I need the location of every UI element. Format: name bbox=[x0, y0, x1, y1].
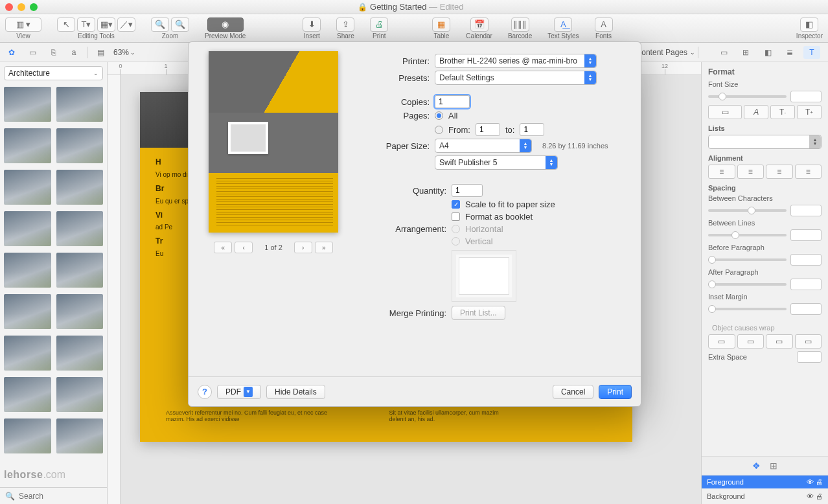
char-spacing-slider[interactable] bbox=[708, 209, 787, 212]
font-size-slider[interactable] bbox=[708, 95, 787, 98]
clipart-thumb[interactable] bbox=[56, 294, 104, 329]
align-center-button[interactable]: ≡ bbox=[737, 165, 765, 179]
copies-input[interactable] bbox=[435, 95, 470, 108]
clipart-thumb[interactable] bbox=[56, 336, 104, 371]
booklet-checkbox[interactable] bbox=[452, 212, 460, 221]
eye-icon[interactable]: 👁 bbox=[807, 478, 814, 486]
presets-select[interactable]: Default Settings▲▼ bbox=[435, 71, 597, 85]
geometry-tab-icon[interactable]: ▭ bbox=[715, 46, 732, 59]
text-tool-button[interactable]: T▾ bbox=[77, 17, 95, 32]
after-para-slider[interactable] bbox=[708, 283, 787, 286]
inset-margin-field[interactable] bbox=[790, 303, 822, 315]
align-tab-icon[interactable]: ≣ bbox=[781, 46, 798, 59]
clipart-thumb[interactable] bbox=[4, 87, 51, 122]
paper-size-select[interactable]: A4▲▼ bbox=[435, 139, 532, 153]
merge-print-list-button[interactable]: Print List... bbox=[452, 306, 505, 320]
clipart-thumb[interactable] bbox=[4, 211, 51, 246]
print-layer-icon[interactable]: 🖨 bbox=[816, 492, 823, 500]
quantity-input[interactable] bbox=[452, 184, 483, 197]
eye-icon[interactable]: 👁 bbox=[807, 492, 814, 500]
lists-select[interactable]: ▲▼ bbox=[708, 135, 822, 149]
grid-icon[interactable]: ⊞ bbox=[770, 461, 777, 471]
select-tool-button[interactable]: ↖ bbox=[57, 17, 75, 32]
content-pages-chevron-icon[interactable]: ⌄ bbox=[690, 49, 695, 56]
printer-select[interactable]: Brother HL-2240 series @ mac-mini-bro▲▼ bbox=[435, 54, 597, 68]
font-size-field[interactable] bbox=[790, 91, 822, 102]
clipart-thumb[interactable] bbox=[56, 170, 104, 205]
minimize-window-icon[interactable] bbox=[17, 3, 25, 11]
barcode-button[interactable]: ∥∥∥ bbox=[511, 17, 529, 32]
appearance-tab-icon[interactable]: ⊞ bbox=[737, 46, 754, 59]
align-right-button[interactable]: ≡ bbox=[766, 165, 793, 179]
line-spacing-field[interactable] bbox=[790, 229, 822, 241]
text-tab-icon[interactable]: T bbox=[803, 46, 820, 59]
align-justify-button[interactable]: ≡ bbox=[795, 165, 822, 179]
clipart-thumb[interactable] bbox=[4, 418, 51, 453]
align-left-button[interactable]: ≡ bbox=[708, 165, 735, 179]
clipart-thumb[interactable] bbox=[4, 170, 51, 205]
print-layer-icon[interactable]: 🖨 bbox=[816, 478, 823, 486]
clipart-thumb[interactable] bbox=[56, 211, 104, 246]
shape-tool-button[interactable]: ▦▾ bbox=[97, 17, 115, 32]
zoom-chevron-icon[interactable]: ⌄ bbox=[130, 49, 135, 56]
clipart-thumb[interactable] bbox=[4, 377, 51, 412]
char-spacing-field[interactable] bbox=[790, 205, 822, 216]
clipart-thumb[interactable] bbox=[56, 377, 104, 412]
line-tool-button[interactable]: ／▾ bbox=[117, 17, 135, 32]
wrap-right-button[interactable]: ▭ bbox=[737, 334, 765, 349]
italic-button[interactable]: A bbox=[744, 105, 768, 119]
clipart-thumb[interactable] bbox=[56, 418, 104, 453]
source-shapes-icon[interactable]: a bbox=[66, 46, 82, 59]
scale-to-fit-checkbox[interactable]: ✓ bbox=[452, 200, 460, 209]
zoom-value[interactable]: 63% bbox=[113, 48, 129, 57]
wrap-around-button[interactable]: ▭ bbox=[766, 334, 793, 349]
layers-icon[interactable]: ❖ bbox=[752, 461, 761, 471]
app-section-select[interactable]: Swift Publisher 5▲▼ bbox=[435, 155, 558, 170]
hide-details-button[interactable]: Hide Details bbox=[266, 385, 325, 399]
wrap-left-button[interactable]: ▭ bbox=[708, 334, 735, 349]
share-button[interactable]: ⇪ bbox=[336, 17, 354, 32]
content-pages-label[interactable]: Content Pages bbox=[636, 48, 687, 57]
insert-button[interactable]: ⬇ bbox=[303, 17, 321, 32]
clipart-thumb[interactable] bbox=[56, 87, 104, 122]
source-photos-icon[interactable]: ▭ bbox=[25, 46, 40, 59]
preview-mode-button[interactable]: ◉ bbox=[207, 17, 244, 32]
after-para-field[interactable] bbox=[790, 279, 822, 290]
clipart-thumb[interactable] bbox=[4, 336, 51, 371]
pdf-button[interactable]: PDF▼ bbox=[217, 385, 261, 399]
clipart-thumb[interactable] bbox=[56, 253, 104, 288]
clipart-thumb[interactable] bbox=[4, 253, 51, 288]
next-page-button[interactable]: › bbox=[294, 242, 312, 253]
smaller-button[interactable]: T- bbox=[770, 105, 795, 119]
pages-all-radio[interactable] bbox=[435, 111, 443, 120]
zoom-window-icon[interactable] bbox=[30, 3, 38, 11]
background-layer-row[interactable]: Background 👁 🖨 bbox=[702, 488, 828, 504]
close-window-icon[interactable] bbox=[5, 3, 13, 11]
wrap-none-button[interactable]: ▭ bbox=[795, 334, 822, 349]
print-confirm-button[interactable]: Print bbox=[599, 385, 632, 399]
larger-button[interactable]: T+ bbox=[797, 105, 822, 119]
fill-tab-icon[interactable]: ◧ bbox=[759, 46, 776, 59]
category-select[interactable]: Architecture ⌄ bbox=[4, 66, 103, 80]
clipart-thumb[interactable] bbox=[4, 128, 51, 163]
calendar-button[interactable]: 📅 bbox=[470, 17, 489, 32]
inset-margin-slider[interactable] bbox=[708, 308, 787, 310]
extra-space-field[interactable] bbox=[797, 351, 822, 363]
line-spacing-slider[interactable] bbox=[708, 234, 787, 236]
fonts-button[interactable]: A bbox=[595, 17, 613, 32]
pages-range-radio[interactable] bbox=[435, 126, 443, 134]
source-clipart-icon[interactable]: ✿ bbox=[4, 46, 19, 59]
zoom-out-button[interactable]: 🔍 bbox=[151, 17, 169, 32]
clipart-thumb[interactable] bbox=[4, 294, 51, 329]
before-para-slider[interactable] bbox=[708, 258, 787, 261]
search-input[interactable] bbox=[19, 492, 116, 501]
zoom-in-button[interactable]: 🔍 bbox=[171, 17, 189, 32]
text-styles-button[interactable]: A͟ bbox=[554, 17, 572, 32]
cancel-button[interactable]: Cancel bbox=[553, 385, 593, 399]
pages-panel-icon[interactable]: ▤ bbox=[93, 46, 108, 59]
pages-to-input[interactable] bbox=[520, 123, 544, 136]
view-button[interactable]: ▥ ▾ bbox=[5, 17, 41, 32]
table-button[interactable]: ▦ bbox=[432, 17, 450, 32]
help-button[interactable]: ? bbox=[198, 385, 212, 399]
before-para-field[interactable] bbox=[790, 254, 822, 266]
